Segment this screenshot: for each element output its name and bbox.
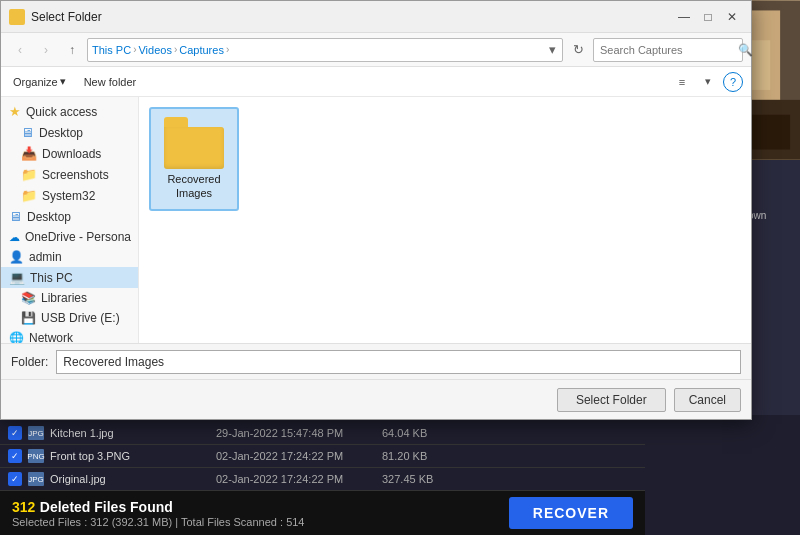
sidebar-label-system32: System32 xyxy=(42,189,95,203)
system32-folder-icon: 📁 xyxy=(21,188,37,203)
file-icon-2: PNG xyxy=(28,449,44,463)
sidebar-item-libraries[interactable]: 📚 Libraries xyxy=(1,288,138,308)
screenshots-folder-icon: 📁 xyxy=(21,167,37,182)
sidebar-label-libraries: Libraries xyxy=(41,291,87,305)
folder-item-recovered-images[interactable]: RecoveredImages xyxy=(149,107,239,211)
sidebar-label-screenshots: Screenshots xyxy=(42,168,109,182)
sidebar-item-usb[interactable]: 💾 USB Drive (E:) xyxy=(1,308,138,328)
folder-input-row: Folder: xyxy=(1,343,751,379)
search-icon: 🔍 xyxy=(738,43,753,57)
file-checkbox-1[interactable]: ✓ xyxy=(8,426,22,440)
breadcrumb: This PC › Videos › Captures › xyxy=(92,44,547,56)
dialog-title-icon xyxy=(9,9,25,25)
address-bar[interactable]: This PC › Videos › Captures › ▾ xyxy=(87,38,563,62)
organize-chevron-icon: ▾ xyxy=(60,75,66,88)
quick-access-icon: ★ xyxy=(9,104,21,119)
file-checkbox-3[interactable]: ✓ xyxy=(8,472,22,486)
forward-button[interactable]: › xyxy=(35,39,57,61)
folder-thumbnail xyxy=(164,117,224,169)
view-toggle-button[interactable]: ≡ xyxy=(671,71,693,93)
deleted-label: Deleted Files Found xyxy=(40,499,173,515)
desktop-icon: 🖥 xyxy=(21,125,34,140)
onedrive-icon: ☁ xyxy=(9,231,20,244)
file-date-3: 02-Jan-2022 17:24:22 PM xyxy=(216,473,376,485)
file-name-1: Kitchen 1.jpg xyxy=(50,427,210,439)
organize-button[interactable]: Organize ▾ xyxy=(9,73,70,90)
sidebar-item-onedrive[interactable]: ☁ OneDrive - Persona xyxy=(1,227,138,247)
pc-icon: 💻 xyxy=(9,270,25,285)
close-button[interactable]: ✕ xyxy=(721,6,743,28)
sidebar-item-downloads[interactable]: 📥 Downloads xyxy=(1,143,138,164)
breadcrumb-videos[interactable]: Videos xyxy=(138,44,171,56)
window-controls: — □ ✕ xyxy=(673,6,743,28)
file-name-3: Original.jpg xyxy=(50,473,210,485)
cancel-button[interactable]: Cancel xyxy=(674,388,741,412)
file-area: RecoveredImages xyxy=(139,97,751,343)
sidebar-label-usb: USB Drive (E:) xyxy=(41,311,120,325)
sidebar-item-screenshots[interactable]: 📁 Screenshots xyxy=(1,164,138,185)
sidebar-item-network[interactable]: 🌐 Network xyxy=(1,328,138,343)
up-button[interactable]: ↑ xyxy=(61,39,83,61)
new-folder-button[interactable]: New folder xyxy=(78,74,143,90)
quick-access-label: Quick access xyxy=(26,105,97,119)
secondary-toolbar: Organize ▾ New folder ≡ ▾ ? xyxy=(1,67,751,97)
file-size-3: 327.45 KB xyxy=(382,473,462,485)
bottom-status-bar: 312 Deleted Files Found Selected Files :… xyxy=(0,491,645,535)
sidebar-label-onedrive: OneDrive - Persona xyxy=(25,230,131,244)
dialog-title: Select Folder xyxy=(31,10,102,24)
sidebar-item-system32[interactable]: 📁 System32 xyxy=(1,185,138,206)
file-date-1: 29-Jan-2022 15:47:48 PM xyxy=(216,427,376,439)
select-folder-dialog: Select Folder — □ ✕ ‹ › ↑ This PC › Vide… xyxy=(0,0,752,420)
file-size-1: 64.04 KB xyxy=(382,427,462,439)
file-date-2: 02-Jan-2022 17:24:22 PM xyxy=(216,450,376,462)
view-dropdown-icon: ▾ xyxy=(705,75,711,88)
file-icon-1: JPG xyxy=(28,426,44,440)
view-dropdown-button[interactable]: ▾ xyxy=(697,71,719,93)
sidebar-label-this-pc: This PC xyxy=(30,271,73,285)
file-icon-3: JPG xyxy=(28,472,44,486)
help-button[interactable]: ? xyxy=(723,72,743,92)
sidebar-item-desktop2[interactable]: 🖥 Desktop xyxy=(1,206,138,227)
usb-icon: 💾 xyxy=(21,311,36,325)
file-size-2: 81.20 KB xyxy=(382,450,462,462)
file-checkbox-2[interactable]: ✓ xyxy=(8,449,22,463)
minimize-button[interactable]: — xyxy=(673,6,695,28)
search-input[interactable] xyxy=(600,44,738,56)
address-dropdown-button[interactable]: ▾ xyxy=(547,42,558,57)
file-row-2: ✓ PNG Front top 3.PNG 02-Jan-2022 17:24:… xyxy=(0,445,645,468)
sidebar-label-network: Network xyxy=(29,331,73,343)
file-row-3: ✓ JPG Original.jpg 02-Jan-2022 17:24:22 … xyxy=(0,468,645,491)
desktop2-icon: 🖥 xyxy=(9,209,22,224)
folder-input-field[interactable] xyxy=(56,350,741,374)
folder-input-label: Folder: xyxy=(11,355,48,369)
main-area: ★ Quick access 🖥 Desktop 📥 Downloads 📁 S… xyxy=(1,97,751,343)
sidebar-item-admin[interactable]: 👤 admin xyxy=(1,247,138,267)
back-button[interactable]: ‹ xyxy=(9,39,31,61)
deleted-count: 312 xyxy=(12,499,35,515)
sidebar-item-desktop[interactable]: 🖥 Desktop xyxy=(1,122,138,143)
sidebar: ★ Quick access 🖥 Desktop 📥 Downloads 📁 S… xyxy=(1,97,139,343)
file-name-2: Front top 3.PNG xyxy=(50,450,210,462)
sidebar-item-quick-access: ★ Quick access xyxy=(1,101,138,122)
file-row-1: ✓ JPG Kitchen 1.jpg 29-Jan-2022 15:47:48… xyxy=(0,422,645,445)
sidebar-item-this-pc[interactable]: 💻 This PC xyxy=(1,267,138,288)
admin-icon: 👤 xyxy=(9,250,24,264)
libraries-icon: 📚 xyxy=(21,291,36,305)
dialog-title-bar: Select Folder — □ ✕ xyxy=(1,1,751,33)
breadcrumb-pc[interactable]: This PC xyxy=(92,44,131,56)
recover-button[interactable]: RECOVER xyxy=(509,497,633,529)
downloads-icon: 📥 xyxy=(21,146,37,161)
breadcrumb-captures[interactable]: Captures xyxy=(179,44,224,56)
address-toolbar: ‹ › ↑ This PC › Videos › Captures › ▾ ↻ … xyxy=(1,33,751,67)
network-icon: 🌐 xyxy=(9,331,24,343)
sidebar-label-admin: admin xyxy=(29,250,62,264)
maximize-button[interactable]: □ xyxy=(697,6,719,28)
select-folder-button[interactable]: Select Folder xyxy=(557,388,666,412)
dialog-buttons: Select Folder Cancel xyxy=(1,379,751,419)
search-bar: 🔍 xyxy=(593,38,743,62)
sidebar-label-downloads: Downloads xyxy=(42,147,101,161)
view-icon: ≡ xyxy=(679,76,685,88)
sidebar-label-desktop2: Desktop xyxy=(27,210,71,224)
selected-info: Selected Files : 312 (392.31 MB) | Total… xyxy=(12,516,304,528)
refresh-button[interactable]: ↻ xyxy=(567,39,589,61)
